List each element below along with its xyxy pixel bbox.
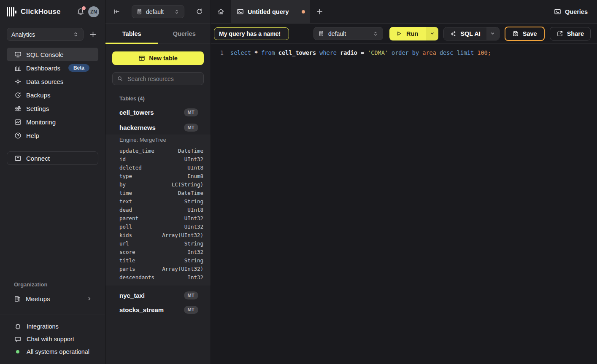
system-status-label: All systems operational (27, 348, 89, 355)
column-row[interactable]: update_time DateTime (112, 146, 204, 155)
search-icon (117, 75, 123, 82)
column-row[interactable]: deleted UInt8 (112, 163, 204, 172)
integrations-link[interactable]: Integrations (0, 320, 105, 333)
terminal-icon (554, 8, 561, 15)
chevron-updown-icon (373, 31, 378, 37)
sql-ai-options-chevron[interactable] (486, 27, 499, 40)
table-name: cell_towers (119, 109, 154, 116)
column-row[interactable]: by LC(String) (112, 180, 204, 189)
tables-section-label: Tables (4) (119, 95, 204, 102)
sidebar-item-dashboards[interactable]: Dashboards Beta (7, 61, 98, 75)
column-row[interactable]: url String (112, 239, 204, 248)
collapse-sidebar-icon[interactable] (111, 6, 122, 17)
new-table-button[interactable]: New table (112, 51, 204, 65)
code-line[interactable]: 1 select * from cell_towers where radio … (211, 49, 597, 57)
column-row[interactable]: text String (112, 197, 204, 205)
sidebar-item-help[interactable]: Help (7, 129, 98, 142)
unsaved-changes-dot (302, 10, 305, 13)
tab-title: Untitled query (248, 8, 289, 15)
system-status-link[interactable]: All systems operational (0, 345, 105, 358)
new-tab-button[interactable] (310, 0, 329, 23)
sql-ai-split-button: SQL AI (443, 27, 500, 40)
chevron-updown-icon (174, 9, 180, 15)
table-row-stocks-stream[interactable]: stocks_stream MT (112, 302, 204, 317)
column-type: UInt8 (187, 207, 203, 213)
column-type: Enum8 (187, 173, 203, 179)
sql-code[interactable]: select * from cell_towers where radio = … (224, 49, 491, 57)
column-row[interactable]: score Int32 (112, 248, 204, 256)
connect-button[interactable]: Connect (7, 151, 98, 165)
chat-support-link[interactable]: Chat with support (0, 333, 105, 345)
database-select-value: default (146, 8, 164, 15)
column-row[interactable]: descendants Int32 (112, 273, 204, 281)
queries-button[interactable]: Queries (554, 8, 588, 15)
sidebar-item-meetups[interactable]: Meetups (7, 292, 98, 305)
table-name: hackernews (119, 124, 156, 131)
share-button[interactable]: Share (550, 27, 591, 40)
settings-sliders-icon (14, 105, 22, 112)
table-row-cell-towers[interactable]: cell_towers MT (112, 105, 204, 119)
integrations-cog-icon (14, 323, 22, 330)
save-button[interactable]: Save (505, 27, 545, 41)
query-name-input[interactable] (214, 27, 289, 40)
tab-queries[interactable]: Queries (158, 24, 211, 43)
sidebar-item-label: Monitoring (26, 119, 56, 126)
terminal-icon (237, 8, 244, 15)
toolbar-database-select[interactable]: default (313, 27, 383, 40)
column-name: poll (119, 224, 132, 230)
column-name: id (119, 156, 126, 162)
sidebar: ClickHouse ZN Analytics (0, 0, 105, 364)
column-type: String (184, 257, 203, 264)
column-type: DateTime (178, 190, 203, 196)
line-number: 1 (211, 49, 224, 57)
sidebar-header: ClickHouse ZN (0, 0, 105, 24)
table-row-nyc-taxi[interactable]: nyc_taxi MT (112, 288, 204, 302)
sql-editor[interactable]: 1 select * from cell_towers where radio … (211, 44, 597, 364)
organization-label: Organization (0, 281, 105, 292)
main-area: Untitled query Queries (211, 0, 597, 364)
database-select[interactable]: default (132, 5, 184, 18)
sidebar-footer: Integrations Chat with support All syste… (0, 315, 105, 364)
search-input[interactable] (127, 75, 199, 83)
column-row[interactable]: kids Array(UInt32) (112, 231, 204, 239)
explorer-panel: default Tables Queries (105, 0, 211, 364)
clickhouse-logo-icon[interactable] (7, 7, 16, 16)
sql-ai-button[interactable]: SQL AI (444, 27, 486, 40)
column-row[interactable]: time DateTime (112, 189, 204, 197)
add-workspace-button[interactable] (88, 29, 98, 40)
backups-history-icon (14, 92, 22, 99)
run-button[interactable]: Run (389, 27, 426, 40)
sidebar-item-backups[interactable]: Backups (7, 88, 98, 102)
sidebar-item-monitoring[interactable]: Monitoring (7, 115, 98, 129)
column-row[interactable]: parts Array(UInt32) (112, 264, 204, 273)
sidebar-item-label: Help (26, 132, 39, 139)
column-row[interactable]: title String (112, 256, 204, 264)
sidebar-item-data-sources[interactable]: Data sources (7, 75, 98, 88)
table-name: stocks_stream (119, 306, 164, 313)
notifications-bell-icon[interactable] (76, 8, 85, 16)
workspace-select[interactable]: Analytics (7, 28, 84, 41)
column-row[interactable]: dead UInt8 (112, 205, 204, 214)
hackernews-expanded-schema: Engine: MergeTree update_time DateTime i… (105, 135, 211, 286)
engine-badge: MT (184, 306, 198, 314)
search-box[interactable] (112, 72, 204, 85)
column-row[interactable]: id UInt32 (112, 155, 204, 163)
dashboards-icon (14, 65, 22, 72)
run-options-chevron[interactable] (426, 27, 438, 40)
avatar[interactable]: ZN (88, 6, 99, 17)
column-row[interactable]: parent UInt32 (112, 214, 204, 222)
sidebar-item-sql-console[interactable]: SQL Console (7, 48, 98, 61)
column-name: by (119, 181, 126, 188)
sidebar-item-settings[interactable]: Settings (7, 102, 98, 115)
column-row[interactable]: poll UInt32 (112, 222, 204, 231)
column-type: UInt8 (187, 164, 203, 171)
tab-untitled-query[interactable]: Untitled query (231, 0, 310, 23)
engine-line: Engine: MergeTree (112, 135, 204, 146)
help-icon (14, 132, 22, 139)
column-type: String (184, 240, 203, 247)
home-button[interactable] (211, 0, 231, 23)
tab-tables[interactable]: Tables (105, 24, 158, 43)
table-row-hackernews[interactable]: hackernews MT (112, 120, 204, 135)
refresh-icon[interactable] (194, 6, 205, 17)
column-row[interactable]: type Enum8 (112, 172, 204, 180)
